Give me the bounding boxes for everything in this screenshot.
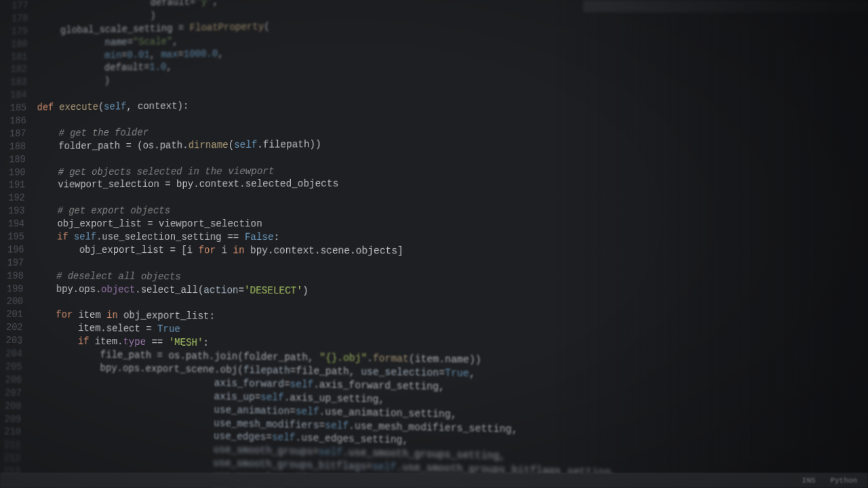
token-pun: = ( bbox=[125, 140, 142, 151]
code-line[interactable] bbox=[35, 189, 868, 205]
token-pun: = bbox=[266, 432, 272, 443]
token-id: folder_path bbox=[58, 140, 125, 152]
token-kwarg: filepath bbox=[243, 365, 290, 377]
token-kw2: self bbox=[260, 391, 284, 403]
token-pun: ) bbox=[104, 75, 111, 86]
line-number: 204 bbox=[0, 347, 22, 361]
line-number: 210 bbox=[0, 426, 21, 439]
token-kw2: True bbox=[157, 323, 180, 335]
status-bar: INS Python bbox=[0, 473, 868, 488]
token-kw2: self bbox=[372, 461, 396, 473]
line-number: 191 bbox=[1, 179, 25, 192]
line-number: 201 bbox=[0, 308, 23, 322]
token-kw: def bbox=[37, 102, 59, 113]
line-number: 186 bbox=[3, 115, 26, 127]
token-id: i bbox=[221, 245, 233, 256]
token-pun: = bbox=[313, 446, 319, 458]
token-attr: type bbox=[123, 336, 151, 348]
token-kw2: self bbox=[272, 432, 296, 444]
code-area[interactable]: default='y', ) global_scale_setting = Fl… bbox=[28, 0, 868, 488]
token-kwarg: action bbox=[203, 284, 238, 296]
token-pun: = bbox=[178, 48, 184, 59]
line-number: 190 bbox=[1, 166, 25, 179]
token-pun: . bbox=[154, 140, 160, 150]
token-id: =file_path, bbox=[290, 365, 361, 378]
token-id: .use_edges_setting, bbox=[295, 432, 408, 446]
token-pun: == bbox=[151, 337, 168, 348]
token-pun: = bbox=[146, 323, 157, 335]
token-id: .use_animation_setting, bbox=[319, 406, 457, 420]
token-kw2: self bbox=[325, 420, 349, 432]
token-cmt: # get the folder bbox=[59, 127, 149, 138]
token-kw2: self bbox=[234, 139, 257, 150]
line-number: 188 bbox=[2, 140, 26, 153]
token-id: os.path.join( bbox=[168, 350, 243, 363]
token-id: .use_selection_setting bbox=[96, 231, 227, 243]
token-kw2: self bbox=[290, 378, 313, 390]
token-kwarg: use_edges bbox=[214, 430, 266, 443]
token-pun: = bbox=[178, 22, 190, 34]
line-number: 205 bbox=[0, 360, 22, 373]
token-id: viewport_selection bbox=[58, 179, 165, 190]
token-id: obj_export_list: bbox=[123, 310, 215, 322]
line-number: 194 bbox=[1, 218, 24, 230]
line-number: 177 bbox=[5, 0, 28, 12]
token-kwarg: use_animation bbox=[214, 404, 290, 417]
line-number: 193 bbox=[1, 205, 24, 218]
token-pun: = bbox=[157, 350, 168, 361]
token-pun: , context): bbox=[126, 100, 189, 112]
line-number: 202 bbox=[0, 321, 23, 335]
line-number: 199 bbox=[0, 283, 24, 296]
token-id: obj_export_list bbox=[57, 218, 147, 229]
token-cmt: # deselect all objects bbox=[56, 270, 181, 282]
token-pun: = bbox=[366, 461, 372, 472]
token-kw: for bbox=[56, 310, 78, 321]
token-pun: = bbox=[147, 218, 159, 229]
line-number: 187 bbox=[2, 127, 26, 140]
token-kwarg: use_mesh_modifiers bbox=[214, 418, 319, 431]
code-editor[interactable]: 1771781791801811821831841851861871881891… bbox=[0, 0, 868, 488]
token-pun: = [ bbox=[170, 245, 187, 256]
line-number: 196 bbox=[0, 243, 24, 256]
line-number: 198 bbox=[0, 269, 24, 282]
token-num: 0.01 bbox=[127, 49, 149, 60]
token-str: "Scale" bbox=[133, 36, 173, 47]
token-id: default bbox=[104, 62, 144, 74]
token-strq: 'MESH' bbox=[169, 337, 203, 348]
line-number: 178 bbox=[4, 12, 28, 26]
token-pun: , bbox=[172, 35, 178, 46]
token-pun: ( bbox=[98, 102, 104, 113]
line-number: 211 bbox=[0, 439, 21, 452]
token-kwarg: name bbox=[104, 37, 127, 48]
token-kw: in bbox=[106, 310, 123, 321]
tab-bar[interactable] bbox=[583, 0, 868, 12]
token-kw: if bbox=[78, 336, 95, 347]
token-id: global_scale_setting bbox=[60, 22, 178, 35]
token-pun: = bbox=[165, 179, 176, 190]
token-pun: . bbox=[193, 179, 199, 190]
line-number: 207 bbox=[0, 386, 22, 400]
token-str: 'y' bbox=[195, 0, 212, 7]
token-pun: ) bbox=[302, 285, 309, 296]
line-number: 183 bbox=[3, 76, 27, 89]
token-pun: ( bbox=[229, 139, 235, 150]
token-kwarg: axis_up bbox=[214, 390, 255, 403]
code-line[interactable]: obj_export_list = viewport_selection bbox=[35, 218, 868, 232]
status-language[interactable]: Python bbox=[827, 476, 860, 486]
token-id: viewport_selection bbox=[159, 218, 262, 230]
line-number: 208 bbox=[0, 399, 22, 413]
token-kw2: self bbox=[296, 405, 319, 417]
token-kw2: self bbox=[319, 447, 342, 459]
token-pun: ( bbox=[264, 21, 270, 33]
line-number: 182 bbox=[3, 63, 27, 76]
token-pun: = bbox=[144, 62, 150, 73]
token-kw2: self bbox=[104, 101, 126, 113]
token-id: item.select bbox=[78, 323, 146, 335]
token-kw2: False bbox=[245, 232, 274, 243]
token-id: item bbox=[78, 310, 106, 321]
status-insert-mode[interactable]: INS bbox=[800, 476, 818, 486]
token-pun: = bbox=[255, 391, 261, 403]
code-line[interactable]: # get export objects bbox=[35, 203, 868, 218]
token-cmt: # get objects selected in the viewport bbox=[58, 165, 275, 178]
line-number: 206 bbox=[0, 373, 22, 387]
